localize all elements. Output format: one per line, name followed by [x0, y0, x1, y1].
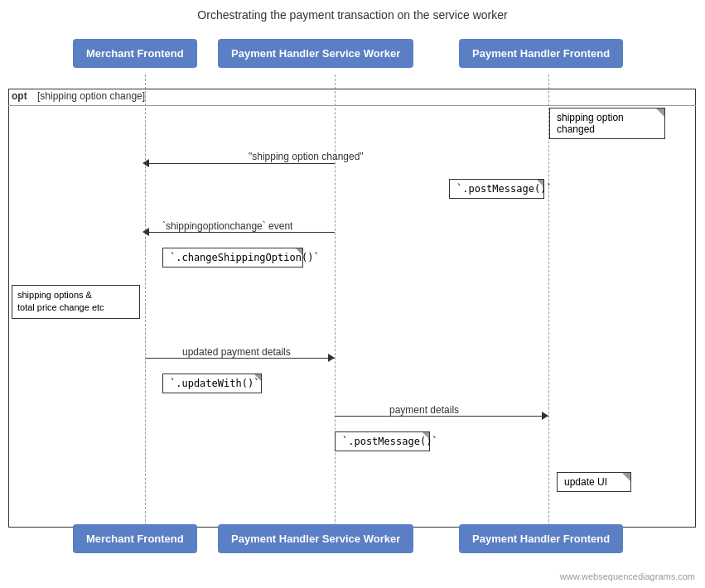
note-shipping-changed: shipping option changed — [549, 108, 665, 139]
arrow4-line — [335, 416, 548, 417]
changeshipping-box: `.changeShippingOption()` — [162, 248, 303, 267]
updatewith-box: `.updateWith()` — [162, 374, 262, 393]
arrow3-head — [328, 354, 335, 362]
diagram-container: Orchestrating the payment transaction on… — [0, 0, 705, 588]
arrow2-line — [146, 232, 335, 233]
arrow1-head — [142, 159, 149, 167]
postmessage-box-2: `.postMessage()` — [335, 431, 430, 451]
postmessage-box-1: `.postMessage()` — [449, 179, 544, 199]
opt-label: opt — [12, 90, 27, 102]
actor-payment-handler-bottom: Payment Handler Frontend — [459, 524, 623, 553]
note-update-ui: update UI — [557, 472, 631, 492]
arrow4-head — [542, 412, 548, 420]
arrow3-label: updated payment details — [182, 346, 291, 358]
actor-service-worker-bottom: Payment Handler Service Worker — [218, 524, 413, 553]
opt-divider — [8, 105, 696, 106]
arrow2-label: `shippingoptionchange` event — [162, 220, 292, 232]
actor-service-worker-top: Payment Handler Service Worker — [218, 39, 413, 68]
arrow4-label: payment details — [389, 404, 459, 416]
actor-merchant-bottom: Merchant Frontend — [73, 524, 197, 553]
arrow3-line — [146, 358, 335, 359]
page-title: Orchestrating the payment transaction on… — [0, 0, 705, 28]
watermark: www.websequencediagrams.com — [560, 571, 695, 581]
arrow1-label: "shipping option changed" — [249, 151, 364, 162]
actor-payment-handler-top: Payment Handler Frontend — [459, 39, 623, 68]
arrow2-head — [142, 228, 149, 236]
side-note: shipping options & total price change et… — [12, 285, 140, 319]
arrow1-line — [146, 163, 335, 164]
actor-merchant-top: Merchant Frontend — [73, 39, 197, 68]
opt-condition: [shipping option change] — [37, 90, 145, 102]
